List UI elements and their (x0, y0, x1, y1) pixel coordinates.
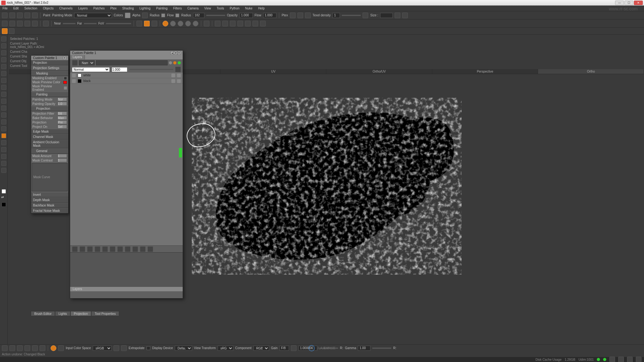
layer-row-white[interactable]: white (70, 73, 183, 78)
masking-enabled-checkbox[interactable] (64, 77, 67, 80)
tab-perspective[interactable]: Perspective (432, 69, 538, 74)
add-procedural-icon[interactable] (95, 246, 100, 252)
footer-btn1-icon[interactable] (609, 357, 615, 362)
layer-menu-icon[interactable] (177, 79, 181, 83)
shading-btn1-icon[interactable] (163, 21, 168, 26)
menu-patches[interactable]: Patches (93, 6, 105, 11)
painting-hdr[interactable]: Painting (31, 92, 68, 97)
tool-rotate-icon[interactable] (1, 50, 6, 55)
far-slider[interactable] (84, 23, 97, 24)
layers-toggle1-icon[interactable]: ▴ (170, 51, 174, 55)
mask-preview-enabled-checkbox[interactable] (64, 86, 67, 90)
mask-preview-color-swatch[interactable] (63, 81, 67, 84)
gain-btn-icon[interactable] (291, 345, 297, 351)
component-select[interactable]: RGB (253, 346, 269, 351)
snap-btn3-icon[interactable] (230, 21, 236, 26)
fov-slider[interactable] (106, 23, 131, 24)
gain-fstop-input[interactable] (280, 346, 289, 351)
ptex-btn2-icon[interactable] (297, 13, 303, 18)
shelf-btn4-icon[interactable] (25, 21, 30, 26)
sb-record-icon[interactable] (51, 345, 56, 351)
delete-layer-icon[interactable] (132, 246, 138, 252)
btab-lights[interactable]: Lights (55, 311, 70, 316)
menu-selection[interactable]: Selection (24, 6, 38, 11)
strip-btn2-icon[interactable] (9, 28, 14, 34)
projection-type-field[interactable]: Pre (58, 120, 67, 124)
sb-btn8-icon[interactable] (114, 345, 119, 351)
merge-layer-icon[interactable] (117, 246, 123, 252)
sb-btn4-icon[interactable] (25, 345, 30, 351)
light-btn1-icon[interactable] (136, 21, 142, 26)
light-btn2-icon[interactable] (144, 21, 150, 26)
add-group-icon[interactable] (80, 246, 85, 252)
blend-mode-select[interactable]: Normal (72, 67, 110, 72)
channel-mask[interactable]: Channel Mask (31, 134, 68, 140)
tool-vector-icon[interactable] (1, 126, 6, 131)
layer-opacity-slider[interactable] (129, 69, 173, 70)
mask-curve-graph[interactable]: Mask Curve (32, 163, 68, 191)
grid-btn-icon[interactable] (204, 21, 209, 26)
ptex-btn3-icon[interactable] (305, 13, 311, 18)
layers-titlebar[interactable]: Custom Palette 1 ▴ ▾ ✕ (70, 51, 183, 55)
radius-slider[interactable] (206, 15, 225, 16)
shading-btn4-icon[interactable] (185, 21, 191, 26)
close-button[interactable]: ✕ (634, 1, 643, 5)
menu-ptex[interactable]: Ptex (110, 6, 117, 11)
tool-mask-icon[interactable] (1, 119, 6, 124)
menu-file[interactable]: File (2, 6, 8, 11)
shelf-btn3-icon[interactable] (17, 21, 23, 26)
tool-extra1-icon[interactable] (1, 140, 6, 145)
gamma-input[interactable] (358, 346, 370, 351)
open-icon[interactable] (9, 13, 15, 18)
menu-painting[interactable]: Painting (156, 6, 168, 11)
menu-python[interactable]: Python (229, 6, 240, 11)
mask-contrast-field[interactable]: 1 (58, 158, 67, 162)
add-adjustment-icon[interactable] (87, 246, 93, 252)
ao-mask[interactable]: Ambient Occlusion Mask (31, 140, 68, 148)
alpha-swatch-icon[interactable] (142, 13, 148, 18)
layers-name-select[interactable]: Name (79, 60, 95, 65)
layers-tab[interactable]: Layers (70, 55, 85, 59)
foreground-color-swatch[interactable] (2, 189, 6, 194)
footer-btn3-icon[interactable] (627, 357, 633, 362)
tool-picker-icon[interactable] (1, 92, 6, 97)
sb-btn2-icon[interactable] (9, 345, 15, 351)
tool-extra4-icon[interactable] (1, 161, 6, 166)
extrapolate-checkbox[interactable] (147, 346, 150, 350)
painting-mode-select[interactable]: Normal (74, 13, 112, 18)
shelf-btn1-icon[interactable] (2, 21, 8, 26)
menu-objects[interactable]: Objects (42, 6, 54, 11)
project-on-field[interactable]: Sel (58, 125, 67, 129)
menu-shading[interactable]: Shading (122, 6, 135, 11)
general-hdr[interactable]: General (31, 148, 68, 154)
backface-mask[interactable]: Backface Mask (31, 203, 68, 208)
add-layer-icon[interactable] (72, 246, 78, 252)
flow-input[interactable] (263, 13, 276, 18)
tool-select-icon[interactable] (1, 36, 6, 41)
layers-filter-icon[interactable] (72, 60, 78, 66)
size-btn1-icon[interactable] (395, 13, 400, 18)
layers-close-icon[interactable]: ✕ (177, 51, 181, 55)
tool-sharpen-icon[interactable] (1, 112, 6, 118)
layer-extra1-icon[interactable] (140, 246, 146, 252)
btab-tool-properties[interactable]: Tool Properties (91, 311, 119, 316)
painting-mode-field[interactable]: Nor (58, 97, 67, 101)
size-btn2-icon[interactable] (402, 13, 408, 18)
palette1-titlebar[interactable]: Custom Palette 1 ✕ (31, 56, 68, 60)
snap-btn7-icon[interactable] (260, 21, 266, 26)
menu-channels[interactable]: Channels (58, 6, 73, 11)
sb-btn1-icon[interactable] (2, 345, 8, 351)
layers-dot-grey-icon[interactable] (169, 61, 172, 64)
layers-panel[interactable]: Custom Palette 1 ▴ ▾ ✕ Layers Name Norma… (70, 50, 183, 299)
gamma-slider[interactable] (372, 348, 391, 349)
minimize-button[interactable]: — (615, 1, 624, 5)
shelf-btn2-icon[interactable] (9, 21, 15, 26)
tool-scale-icon[interactable] (1, 57, 6, 62)
layer-visibility-icon[interactable] (72, 79, 76, 83)
input-colorspace-select[interactable]: sRGB (93, 346, 112, 351)
fractal-noise-mask[interactable]: Fractal Noise Mask (31, 208, 68, 213)
texel-btn-icon[interactable] (363, 13, 368, 18)
radius-checkbox[interactable] (161, 14, 165, 17)
snap-btn5-icon[interactable] (245, 21, 251, 26)
texel-slider[interactable] (342, 15, 361, 16)
